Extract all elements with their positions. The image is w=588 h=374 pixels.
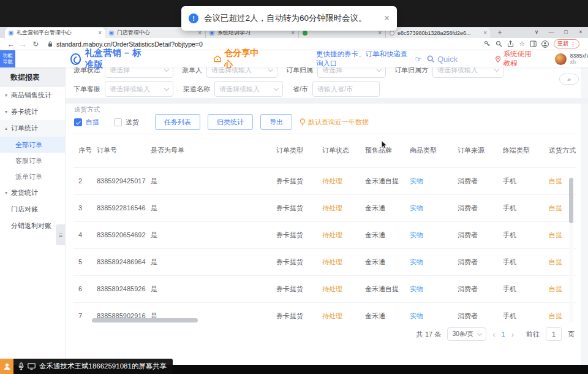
goto-page-input[interactable] [546, 327, 562, 341]
tab-close-icon[interactable]: × [98, 29, 102, 36]
current-page[interactable]: 1 [502, 330, 505, 338]
close-button[interactable]: × [573, 27, 588, 37]
table-cell: 5 [74, 248, 92, 275]
tab-label: e8c573980b1328a258fd2e6... [398, 30, 480, 36]
page-size-select[interactable]: 30条/页 [447, 327, 486, 341]
back-icon[interactable]: ← [5, 40, 17, 48]
table-row: 683858924859261856a是券卡提货待处理金禾通自提实物消费者手机自… [74, 275, 576, 302]
chevron-up-icon: ▴ [5, 126, 11, 131]
table-header-row: 序号订单号是否为母单订单类型订单状态预售品牌商品类型订单来源终端类型送货方式 [74, 134, 576, 167]
sidebar-collapse-handle[interactable]: ≡ [56, 224, 66, 245]
delivery-label[interactable]: 送货 [126, 118, 139, 127]
sidebar-item-service-orders[interactable]: 客服订单 [0, 153, 65, 169]
quick-search-link[interactable]: Quick [427, 55, 458, 64]
user-account[interactable]: 8385xh xh [555, 53, 588, 65]
task-list-button[interactable]: 任务列表 [155, 114, 200, 130]
screen-share-bar: 金禾通技术王斌18662591081的屏幕共享 [0, 359, 173, 374]
table-cell: 待处理 [317, 275, 360, 302]
sidebar-item-store-reconciliation[interactable]: 门店对账 [0, 201, 65, 218]
sidebar-item-product-sales[interactable]: ▾ 商品销售统计 [0, 87, 65, 104]
channel-name-select[interactable]: 请选择或输入 [214, 81, 283, 97]
monitor-icon [28, 363, 36, 370]
key-icon[interactable] [484, 40, 491, 47]
warehouse-share-center-link[interactable]: 仓分享中心 [214, 48, 260, 70]
page-suffix: 页 [568, 330, 575, 339]
tab-search-icon[interactable]: ∨ [529, 27, 544, 37]
side-panel-icon[interactable] [530, 40, 537, 47]
shared-screen: ! 会议已超过2人，自动转为60分钟限时会议。 × 礼盒营销平台管理中心 × 门… [0, 0, 588, 374]
reload-icon[interactable]: ↻ [29, 40, 42, 48]
bookmark-star-icon[interactable]: ☆ [519, 40, 525, 47]
system-tutorial-link[interactable]: 系统使用教程 [496, 50, 538, 68]
table-cell: 手机 [498, 221, 544, 248]
table-cell: 金禾通 [360, 302, 405, 324]
horizontal-scrollbar-thumb[interactable] [92, 318, 198, 322]
table-cell[interactable]: 实物 [405, 275, 453, 302]
table-cell: 待处理 [317, 221, 360, 248]
table-row: 483859206546922272a是券卡提货待处理金禾通实物消费者手机自提 [74, 221, 576, 248]
table-column-header: 订单类型 [271, 134, 317, 167]
sidebar-item-coupon-stats[interactable]: ▾ 券卡统计 [0, 104, 65, 120]
tab-close-icon[interactable]: × [483, 29, 487, 36]
order-agent-select[interactable]: 请选择或输入 [105, 81, 173, 97]
table-cell[interactable]: 实物 [405, 302, 453, 324]
share-text: 金禾通技术王斌18662591081的屏幕共享 [39, 362, 167, 371]
sidebar-item-shipping-stats[interactable]: ▾ 发货统计 [0, 185, 65, 201]
query-tip: 默认查询近一年数据 [300, 118, 369, 127]
sidebar-item-dispatch-orders[interactable]: 派单订单 [0, 169, 65, 185]
table-cell: 4 [74, 221, 92, 248]
function-nav-toggle[interactable]: 功能 导航 [0, 50, 15, 67]
vertical-scrollbar-thumb[interactable] [569, 178, 573, 223]
new-tab-button[interactable]: + [495, 28, 505, 38]
chevron-down-icon: ▾ [5, 93, 11, 98]
province-city-input[interactable]: 请输入省/市 [312, 81, 380, 97]
zoom-icon[interactable] [496, 40, 502, 47]
table-cell[interactable]: 实物 [405, 167, 453, 194]
quick-entry-text[interactable]: 更快捷的券卡、订单和快递查询入口 [316, 50, 410, 68]
address-bar[interactable]: standard.maboy.cn/OrderStatisticsDetail?… [48, 40, 484, 48]
kebab-menu-icon[interactable]: ⋮ [570, 41, 576, 47]
table-cell: 是 [146, 221, 271, 248]
prev-page-icon[interactable]: ‹ [492, 330, 495, 339]
maximize-button[interactable]: □ [559, 27, 573, 37]
table-cell: 手机 [498, 194, 544, 221]
chevron-down-icon [274, 85, 279, 90]
next-page-icon[interactable]: › [511, 330, 514, 339]
table-column-header: 订单号 [92, 134, 146, 167]
update-button[interactable]: 更新 ⋮ [554, 39, 579, 48]
table-cell: 手机 [498, 248, 544, 275]
user-sub: xh [570, 59, 588, 65]
self-pickup-checkbox[interactable] [74, 118, 82, 126]
classification-stats-button[interactable]: 归类统计 [208, 114, 253, 130]
window-controls: ∨ — □ × [529, 27, 588, 37]
self-pickup-label[interactable]: 自提 [86, 118, 99, 127]
table-cell[interactable]: 实物 [405, 248, 453, 275]
meeting-toast: ! 会议已超过2人，自动转为60分钟限时会议。 × [181, 6, 397, 31]
sidebar-item-order-stats[interactable]: ▴ 订单统计 [0, 120, 65, 137]
forward-icon[interactable]: → [17, 40, 29, 48]
table-body: 283859294250176576a是券卡提货待处理金禾通自提实物消费者手机自… [74, 167, 576, 324]
expand-filters-button[interactable]: » [559, 74, 579, 85]
export-button[interactable]: 导出 [260, 114, 292, 130]
delivery-checkbox[interactable] [114, 118, 122, 126]
filter-province-city: 省/市 请输入省/市 [293, 81, 380, 97]
location-pin-icon [496, 55, 500, 63]
order-owner-select[interactable]: 请选择 [317, 67, 386, 78]
table-cell[interactable]: 实物 [405, 194, 453, 221]
table-cell[interactable]: 实物 [405, 221, 453, 248]
table-cell: 消费者 [453, 194, 498, 221]
browser-tab[interactable]: e8c573980b1328a258fd2e6... × [386, 28, 491, 38]
table-cell: 83859228165461056a [92, 194, 146, 221]
table-cell: 是 [146, 167, 271, 194]
order-owner-party-select[interactable]: 请选择或输入 [432, 67, 503, 78]
minimize-button[interactable]: — [544, 27, 559, 37]
share-icon[interactable] [507, 40, 514, 47]
profile-icon[interactable] [541, 40, 549, 48]
app-header: 功能 导航 礼盒营销 – 标准版 仓分享中心 更快捷的券卡、订单和快递查询入口 … [0, 50, 588, 67]
mouse-cursor [381, 140, 389, 150]
table-cell: 待处理 [317, 167, 360, 194]
sidebar-item-all-orders[interactable]: 全部订单 [0, 137, 65, 153]
toast-close-icon[interactable]: × [380, 13, 390, 23]
browser-tab-active[interactable]: 礼盒营销平台管理中心 × [5, 28, 105, 38]
table-column-header: 订单来源 [453, 134, 498, 167]
